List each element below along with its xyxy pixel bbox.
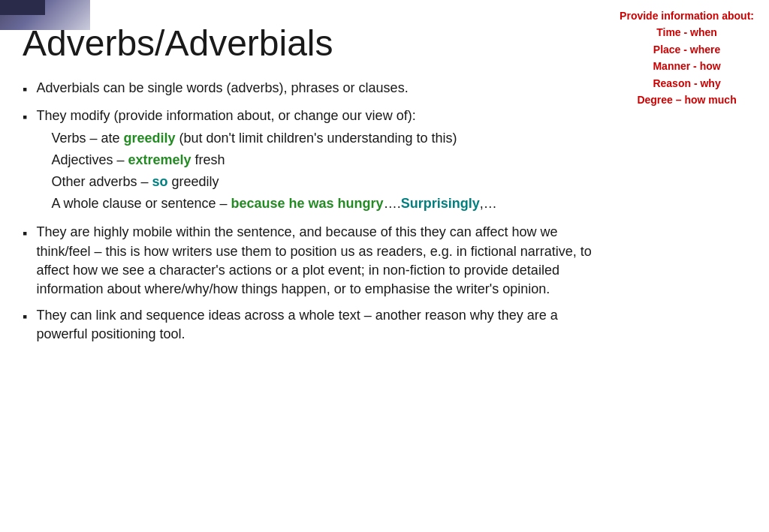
page-title: Adverbs/Adverbials: [23, 23, 754, 64]
sub-item-suffix: greedily: [167, 174, 219, 189]
sub-item-highlight: greedily: [123, 131, 175, 146]
main-content: Adverbs/Adverbials ▪ Adverbials can be s…: [23, 23, 754, 517]
sub-item-adverbs: Other adverbs – so greedily: [51, 172, 607, 192]
bullet-symbol: ▪: [23, 308, 27, 326]
bullet-text: They can link and sequence ideas across …: [36, 308, 557, 341]
list-item: ▪ They are highly mobile within the sent…: [23, 223, 754, 299]
list-item: ▪ They can link and sequence ideas acros…: [23, 306, 754, 344]
bullet-text: They are highly mobile within the senten…: [36, 224, 591, 296]
sub-item-prefix: Adjectives –: [51, 152, 128, 167]
sub-item-highlight1: because he was hungry: [231, 196, 384, 211]
list-item: ▪ Adverbials can be single words (adverb…: [23, 79, 754, 99]
bullet-content: They are highly mobile within the senten…: [36, 223, 607, 299]
bullet-symbol: ▪: [23, 80, 27, 99]
sub-item-prefix: Other adverbs –: [51, 174, 152, 189]
bullet-symbol: ▪: [23, 224, 27, 243]
sub-item-highlight2: Surprisingly: [401, 196, 480, 211]
sub-item-prefix: Verbs – ate: [51, 131, 123, 146]
sub-item-clause: A whole clause or sentence – because he …: [51, 194, 607, 214]
sub-item-highlight: extremely: [128, 152, 191, 167]
list-item: ▪ They modify (provide information about…: [23, 107, 754, 215]
sub-item-verbs: Verbs – ate greedily (but don't limit ch…: [51, 128, 607, 149]
bullet-content: Adverbials can be single words (adverbs)…: [36, 79, 607, 98]
bullet-text: They modify (provide information about, …: [36, 108, 415, 123]
bullet-text: Adverbials can be single words (adverbs)…: [36, 80, 408, 95]
sub-item-adjectives: Adjectives – extremely fresh: [51, 150, 607, 170]
bullet-content: They can link and sequence ideas across …: [36, 306, 607, 344]
sub-item-suffix: (but don't limit children's understandin…: [176, 131, 457, 146]
top-decoration: [0, 0, 90, 30]
sub-item-middle: ….: [384, 196, 401, 211]
sub-item-prefix: A whole clause or sentence –: [51, 196, 231, 211]
bullet-symbol: ▪: [23, 108, 27, 127]
sub-items: Verbs – ate greedily (but don't limit ch…: [51, 128, 607, 214]
sub-item-suffix: fresh: [191, 152, 225, 167]
sub-item-highlight: so: [152, 174, 167, 189]
top-decoration-inner: [0, 0, 45, 15]
bullet-content: They modify (provide information about, …: [36, 107, 607, 215]
sub-item-suffix: ,…: [480, 196, 497, 211]
bullet-list: ▪ Adverbials can be single words (adverb…: [23, 79, 754, 344]
